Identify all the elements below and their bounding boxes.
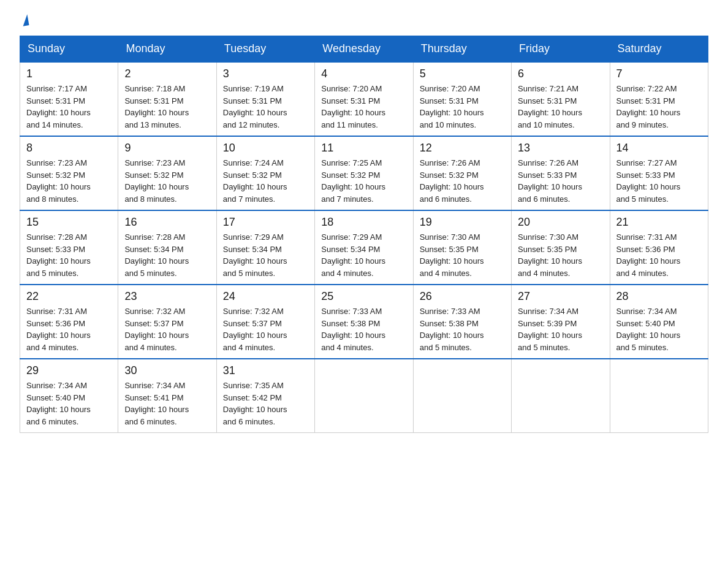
calendar-cell: 10 Sunrise: 7:24 AM Sunset: 5:32 PM Dayl… (216, 136, 314, 210)
day-info: Sunrise: 7:23 AM Sunset: 5:32 PM Dayligh… (124, 157, 210, 205)
calendar-cell (315, 359, 413, 433)
day-info: Sunrise: 7:31 AM Sunset: 5:36 PM Dayligh… (26, 305, 112, 353)
calendar-week-row: 29 Sunrise: 7:34 AM Sunset: 5:40 PM Dayl… (20, 359, 708, 433)
calendar-cell (512, 359, 610, 433)
calendar-cell: 17 Sunrise: 7:29 AM Sunset: 5:34 PM Dayl… (216, 210, 314, 285)
calendar-cell: 29 Sunrise: 7:34 AM Sunset: 5:40 PM Dayl… (20, 359, 118, 433)
weekday-header-monday: Monday (118, 36, 216, 63)
day-number: 23 (124, 290, 210, 303)
calendar-cell: 24 Sunrise: 7:32 AM Sunset: 5:37 PM Dayl… (216, 285, 314, 359)
day-number: 16 (124, 216, 210, 229)
calendar-cell: 28 Sunrise: 7:34 AM Sunset: 5:40 PM Dayl… (610, 285, 708, 359)
day-number: 20 (518, 216, 603, 229)
calendar-cell: 26 Sunrise: 7:33 AM Sunset: 5:38 PM Dayl… (413, 285, 511, 359)
day-info: Sunrise: 7:22 AM Sunset: 5:31 PM Dayligh… (616, 83, 702, 131)
day-info: Sunrise: 7:19 AM Sunset: 5:31 PM Dayligh… (223, 83, 308, 131)
calendar-cell: 25 Sunrise: 7:33 AM Sunset: 5:38 PM Dayl… (315, 285, 413, 359)
day-number: 11 (321, 142, 406, 155)
day-info: Sunrise: 7:21 AM Sunset: 5:31 PM Dayligh… (518, 83, 603, 131)
day-number: 12 (420, 142, 505, 155)
calendar-cell: 19 Sunrise: 7:30 AM Sunset: 5:35 PM Dayl… (413, 210, 511, 285)
day-info: Sunrise: 7:27 AM Sunset: 5:33 PM Dayligh… (616, 157, 702, 205)
day-info: Sunrise: 7:35 AM Sunset: 5:42 PM Dayligh… (223, 380, 308, 427)
day-number: 29 (26, 364, 112, 377)
calendar-cell: 18 Sunrise: 7:29 AM Sunset: 5:34 PM Dayl… (315, 210, 413, 285)
page-header (20, 15, 708, 26)
day-info: Sunrise: 7:34 AM Sunset: 5:41 PM Dayligh… (124, 380, 210, 427)
day-info: Sunrise: 7:28 AM Sunset: 5:34 PM Dayligh… (124, 231, 210, 279)
day-number: 10 (223, 142, 308, 155)
day-number: 13 (518, 142, 603, 155)
calendar-cell: 21 Sunrise: 7:31 AM Sunset: 5:36 PM Dayl… (610, 210, 708, 285)
calendar-cell: 31 Sunrise: 7:35 AM Sunset: 5:42 PM Dayl… (216, 359, 314, 433)
day-info: Sunrise: 7:29 AM Sunset: 5:34 PM Dayligh… (321, 231, 406, 279)
calendar-cell: 20 Sunrise: 7:30 AM Sunset: 5:35 PM Dayl… (512, 210, 610, 285)
calendar-table: SundayMondayTuesdayWednesdayThursdayFrid… (20, 36, 708, 433)
day-number: 19 (420, 216, 505, 229)
day-info: Sunrise: 7:33 AM Sunset: 5:38 PM Dayligh… (420, 305, 505, 353)
weekday-header-tuesday: Tuesday (216, 36, 314, 63)
calendar-cell: 15 Sunrise: 7:28 AM Sunset: 5:33 PM Dayl… (20, 210, 118, 285)
calendar-week-row: 1 Sunrise: 7:17 AM Sunset: 5:31 PM Dayli… (20, 62, 708, 136)
weekday-header-wednesday: Wednesday (315, 36, 413, 63)
day-number: 14 (616, 142, 702, 155)
calendar-cell: 12 Sunrise: 7:26 AM Sunset: 5:32 PM Dayl… (413, 136, 511, 210)
day-number: 8 (26, 142, 112, 155)
calendar-cell: 23 Sunrise: 7:32 AM Sunset: 5:37 PM Dayl… (118, 285, 216, 359)
day-number: 27 (518, 290, 603, 303)
day-number: 7 (616, 67, 702, 80)
weekday-header-thursday: Thursday (413, 36, 511, 63)
day-info: Sunrise: 7:32 AM Sunset: 5:37 PM Dayligh… (124, 305, 210, 353)
day-number: 4 (321, 67, 406, 80)
day-info: Sunrise: 7:17 AM Sunset: 5:31 PM Dayligh… (26, 83, 112, 131)
day-info: Sunrise: 7:23 AM Sunset: 5:32 PM Dayligh… (26, 157, 112, 205)
day-info: Sunrise: 7:34 AM Sunset: 5:40 PM Dayligh… (26, 380, 112, 427)
day-number: 9 (124, 142, 210, 155)
calendar-cell: 9 Sunrise: 7:23 AM Sunset: 5:32 PM Dayli… (118, 136, 216, 210)
day-number: 30 (124, 364, 210, 377)
day-number: 1 (26, 67, 112, 80)
day-info: Sunrise: 7:33 AM Sunset: 5:38 PM Dayligh… (321, 305, 406, 353)
day-number: 26 (420, 290, 505, 303)
day-number: 18 (321, 216, 406, 229)
calendar-cell: 27 Sunrise: 7:34 AM Sunset: 5:39 PM Dayl… (512, 285, 610, 359)
calendar-cell: 6 Sunrise: 7:21 AM Sunset: 5:31 PM Dayli… (512, 62, 610, 136)
day-info: Sunrise: 7:28 AM Sunset: 5:33 PM Dayligh… (26, 231, 112, 279)
weekday-header-row: SundayMondayTuesdayWednesdayThursdayFrid… (20, 36, 708, 63)
weekday-header-friday: Friday (512, 36, 610, 63)
calendar-cell: 5 Sunrise: 7:20 AM Sunset: 5:31 PM Dayli… (413, 62, 511, 136)
day-info: Sunrise: 7:32 AM Sunset: 5:37 PM Dayligh… (223, 305, 308, 353)
day-number: 5 (420, 67, 505, 80)
day-info: Sunrise: 7:34 AM Sunset: 5:39 PM Dayligh… (518, 305, 603, 353)
calendar-cell: 8 Sunrise: 7:23 AM Sunset: 5:32 PM Dayli… (20, 136, 118, 210)
day-info: Sunrise: 7:26 AM Sunset: 5:32 PM Dayligh… (420, 157, 505, 205)
calendar-cell: 7 Sunrise: 7:22 AM Sunset: 5:31 PM Dayli… (610, 62, 708, 136)
day-info: Sunrise: 7:31 AM Sunset: 5:36 PM Dayligh… (616, 231, 702, 279)
calendar-week-row: 22 Sunrise: 7:31 AM Sunset: 5:36 PM Dayl… (20, 285, 708, 359)
calendar-cell: 4 Sunrise: 7:20 AM Sunset: 5:31 PM Dayli… (315, 62, 413, 136)
calendar-cell: 22 Sunrise: 7:31 AM Sunset: 5:36 PM Dayl… (20, 285, 118, 359)
calendar-cell: 30 Sunrise: 7:34 AM Sunset: 5:41 PM Dayl… (118, 359, 216, 433)
day-number: 21 (616, 216, 702, 229)
day-number: 28 (616, 290, 702, 303)
day-number: 17 (223, 216, 308, 229)
calendar-cell (610, 359, 708, 433)
day-info: Sunrise: 7:20 AM Sunset: 5:31 PM Dayligh… (321, 83, 406, 131)
calendar-cell: 11 Sunrise: 7:25 AM Sunset: 5:32 PM Dayl… (315, 136, 413, 210)
day-number: 31 (223, 364, 308, 377)
day-info: Sunrise: 7:30 AM Sunset: 5:35 PM Dayligh… (518, 231, 603, 279)
day-info: Sunrise: 7:30 AM Sunset: 5:35 PM Dayligh… (420, 231, 505, 279)
day-info: Sunrise: 7:18 AM Sunset: 5:31 PM Dayligh… (124, 83, 210, 131)
day-info: Sunrise: 7:26 AM Sunset: 5:33 PM Dayligh… (518, 157, 603, 205)
calendar-cell: 16 Sunrise: 7:28 AM Sunset: 5:34 PM Dayl… (118, 210, 216, 285)
calendar-cell: 13 Sunrise: 7:26 AM Sunset: 5:33 PM Dayl… (512, 136, 610, 210)
calendar-cell: 14 Sunrise: 7:27 AM Sunset: 5:33 PM Dayl… (610, 136, 708, 210)
calendar-week-row: 8 Sunrise: 7:23 AM Sunset: 5:32 PM Dayli… (20, 136, 708, 210)
day-number: 3 (223, 67, 308, 80)
day-number: 24 (223, 290, 308, 303)
day-info: Sunrise: 7:29 AM Sunset: 5:34 PM Dayligh… (223, 231, 308, 279)
calendar-cell: 2 Sunrise: 7:18 AM Sunset: 5:31 PM Dayli… (118, 62, 216, 136)
logo (20, 15, 28, 26)
day-number: 15 (26, 216, 112, 229)
day-info: Sunrise: 7:25 AM Sunset: 5:32 PM Dayligh… (321, 157, 406, 205)
